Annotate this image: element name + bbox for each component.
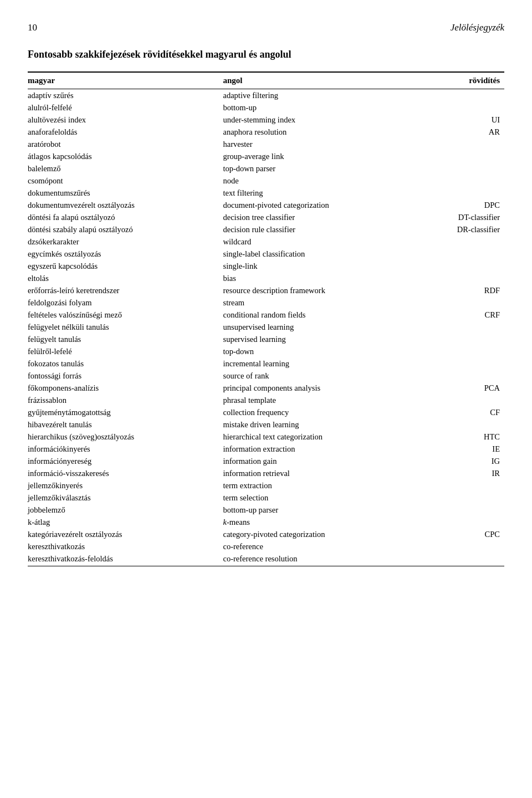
cell-magyar: egyszerű kapcsolódás (28, 260, 219, 272)
cell-rovidites: CF (416, 406, 504, 418)
cell-angol: node (219, 175, 416, 187)
cell-magyar: felügyelt tanulás (28, 333, 219, 345)
cell-rovidites: IR (416, 467, 504, 479)
cell-angol: under-stemming index (219, 114, 416, 126)
cell-angol: bottom-up (219, 101, 416, 114)
cell-angol: stream (219, 296, 416, 309)
cell-rovidites (416, 345, 504, 357)
table-row: gyűjteménytámogatottságcollection freque… (28, 406, 504, 418)
cell-rovidites (416, 479, 504, 492)
cell-rovidites: DR-classifier (416, 223, 504, 236)
table-row: aratórobotharvester (28, 138, 504, 150)
cell-angol: top-down (219, 345, 416, 357)
cell-angol: wildcard (219, 236, 416, 248)
table-row: felügyelet nélküli tanulásunsupervised l… (28, 321, 504, 333)
cell-rovidites: CRF (416, 309, 504, 321)
cell-magyar: fontossági forrás (28, 370, 219, 382)
cell-angol: single-link (219, 260, 416, 272)
chapter-title: Jelölésjegyzék (451, 22, 504, 33)
cell-angol: co-reference resolution (219, 553, 416, 566)
table-row: fontossági forrássource of rank (28, 370, 504, 382)
cell-rovidites: CPC (416, 528, 504, 540)
table-row: információkinyerésinformation extraction… (28, 443, 504, 455)
cell-angol: principal components analysis (219, 382, 416, 394)
cell-magyar: eltolás (28, 272, 219, 284)
cell-rovidites (416, 150, 504, 162)
table-row: döntési szabály alapú osztályozódecision… (28, 223, 504, 236)
cell-magyar: jellemzőkinyerés (28, 479, 219, 492)
cell-magyar: döntési szabály alapú osztályozó (28, 223, 219, 236)
cell-rovidites (416, 333, 504, 345)
table-row: csomópontnode (28, 175, 504, 187)
cell-angol: incremental learning (219, 357, 416, 370)
table-row: k-átlagk-means (28, 516, 504, 528)
cell-angol: single-label classification (219, 248, 416, 260)
col-header-magyar: magyar (28, 72, 219, 89)
cell-angol: mistake driven learning (219, 418, 416, 431)
cell-rovidites (416, 162, 504, 175)
table-row: hierarchikus (szöveg)osztályozáshierarch… (28, 431, 504, 443)
cell-rovidites (416, 296, 504, 309)
cell-angol: group-average link (219, 150, 416, 162)
cell-angol: term extraction (219, 479, 416, 492)
cell-rovidites (416, 357, 504, 370)
cell-magyar: aratórobot (28, 138, 219, 150)
cell-angol: category-pivoted categorization (219, 528, 416, 540)
cell-magyar: egycímkés osztályozás (28, 248, 219, 260)
cell-magyar: kategóriavezérelt osztályozás (28, 528, 219, 540)
cell-rovidites (416, 272, 504, 284)
cell-rovidites (416, 260, 504, 272)
table-row: felülről-lefelétop-down (28, 345, 504, 357)
cell-rovidites (416, 101, 504, 114)
col-header-angol: angol (219, 72, 416, 89)
cell-angol: document-pivoted categorization (219, 199, 416, 211)
cell-magyar: döntési fa alapú osztályozó (28, 211, 219, 223)
cell-angol: bottom-up parser (219, 504, 416, 516)
table-row: kereszthivatkozásco-reference (28, 540, 504, 553)
cell-rovidites: PCA (416, 382, 504, 394)
table-row: feltételes valószínűségi mezőconditional… (28, 309, 504, 321)
table-row: átlagos kapcsolódásgroup-average link (28, 150, 504, 162)
table-row: főkomponens-analízisprincipal components… (28, 382, 504, 394)
table-row: egycímkés osztályozássingle-label classi… (28, 248, 504, 260)
table-row: jellemzőkiválasztásterm selection (28, 492, 504, 504)
table-row: alulról-felfelébottom-up (28, 101, 504, 114)
cell-angol: conditional random fields (219, 309, 416, 321)
table-row: alultövezési indexunder-stemming indexUI (28, 114, 504, 126)
cell-angol: bias (219, 272, 416, 284)
cell-magyar: hierarchikus (szöveg)osztályozás (28, 431, 219, 443)
table-body: adaptív szűrésadaptive filteringalulról-… (28, 89, 504, 566)
cell-angol: harvester (219, 138, 416, 150)
cell-magyar: főkomponens-analízis (28, 382, 219, 394)
table-row: adaptív szűrésadaptive filtering (28, 89, 504, 102)
table-row: információnyereséginformation gainIG (28, 455, 504, 467)
table-row: kereszthivatkozás-feloldásco-reference r… (28, 553, 504, 566)
cell-magyar: hibavezérelt tanulás (28, 418, 219, 431)
table-row: hibavezérelt tanulásmistake driven learn… (28, 418, 504, 431)
table-row: dokumentumszűréstext filtering (28, 187, 504, 199)
cell-angol: term selection (219, 492, 416, 504)
cell-magyar: alultövezési index (28, 114, 219, 126)
cell-rovidites: DT-classifier (416, 211, 504, 223)
cell-magyar: alulról-felfelé (28, 101, 219, 114)
table-row: dokumentumvezérelt osztályozásdocument-p… (28, 199, 504, 211)
cell-angol: decision tree classifier (219, 211, 416, 223)
cell-rovidites (416, 553, 504, 566)
cell-magyar: erőforrás-leíró keretrendszer (28, 284, 219, 296)
cell-rovidites (416, 394, 504, 406)
cell-rovidites (416, 248, 504, 260)
cell-magyar: fokozatos tanulás (28, 357, 219, 370)
cell-angol: information extraction (219, 443, 416, 455)
page-header: 10 Jelölésjegyzék (28, 22, 504, 33)
terminology-table: magyar angol rövidítés adaptív szűrésada… (28, 71, 504, 566)
cell-angol: phrasal template (219, 394, 416, 406)
cell-rovidites (416, 89, 504, 102)
cell-magyar: csomópont (28, 175, 219, 187)
cell-magyar: információ-visszakeresés (28, 467, 219, 479)
cell-angol: anaphora resolution (219, 126, 416, 138)
cell-rovidites (416, 187, 504, 199)
cell-magyar: dokumentumszűrés (28, 187, 219, 199)
cell-angol: resource description framework (219, 284, 416, 296)
cell-magyar: feltételes valószínűségi mező (28, 309, 219, 321)
table-row: döntési fa alapú osztályozódecision tree… (28, 211, 504, 223)
